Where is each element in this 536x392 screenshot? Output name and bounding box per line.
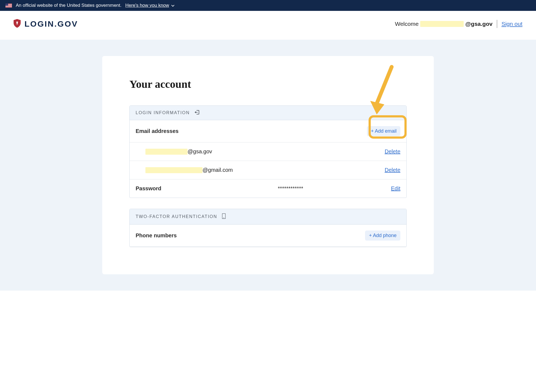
password-row: Password ************ Edit	[130, 179, 406, 198]
email-row: @gsa.gov Delete	[130, 142, 406, 161]
redacted-username	[420, 21, 464, 27]
us-flag-icon	[5, 4, 12, 8]
signin-icon	[195, 110, 200, 116]
sign-out-link[interactable]: Sign out	[501, 21, 522, 27]
phone-numbers-row: Phone numbers + Add phone	[130, 225, 406, 247]
password-value: ************	[190, 185, 391, 192]
email-suffix: @gsa.gov	[188, 148, 212, 155]
gov-banner-text: An official website of the United States…	[16, 3, 121, 8]
svg-point-13	[223, 217, 224, 218]
email-suffix: @gsa.gov	[465, 21, 493, 27]
phone-icon	[222, 213, 226, 220]
delete-email-link[interactable]: Delete	[385, 148, 400, 155]
site-header: LOGIN.GOV Welcome @gsa.gov Sign out	[0, 11, 536, 40]
svg-rect-9	[17, 23, 17, 24]
logo[interactable]: LOGIN.GOV	[14, 19, 78, 29]
svg-rect-7	[5, 4, 8, 6]
user-block: Welcome @gsa.gov Sign out	[395, 20, 522, 28]
main-background: Your account LOGIN INFORMATION Email add…	[0, 40, 536, 291]
svg-rect-4	[5, 6, 12, 6]
password-label: Password	[136, 185, 190, 192]
page-title: Your account	[129, 78, 407, 91]
login-info-header: LOGIN INFORMATION	[130, 106, 406, 120]
welcome-text: Welcome	[395, 21, 419, 27]
email-row: @gmail.com Delete	[130, 161, 406, 179]
svg-rect-5	[5, 6, 12, 7]
twofa-title: TWO-FACTOR AUTHENTICATION	[136, 214, 217, 219]
gov-banner: An official website of the United States…	[0, 0, 536, 11]
add-email-button[interactable]: + Add email	[367, 126, 400, 136]
svg-rect-6	[5, 7, 12, 7]
logo-text: LOGIN.GOV	[24, 19, 78, 29]
delete-email-link[interactable]: Delete	[385, 167, 400, 173]
how-you-know-link[interactable]: Here's how you know	[125, 3, 174, 8]
how-you-know-text: Here's how you know	[125, 3, 169, 8]
redacted-email	[145, 149, 188, 155]
edit-password-link[interactable]: Edit	[391, 185, 400, 192]
phone-numbers-label: Phone numbers	[136, 232, 177, 239]
login-info-panel: LOGIN INFORMATION Email addresses + Add …	[129, 105, 407, 198]
twofa-panel: TWO-FACTOR AUTHENTICATION Phone numbers …	[129, 209, 407, 247]
chevron-down-icon	[171, 3, 174, 8]
email-addresses-row: Email addresses + Add email	[130, 120, 406, 142]
email-suffix: @gmail.com	[202, 167, 233, 173]
redacted-email	[145, 167, 202, 173]
email-addresses-label: Email addresses	[136, 128, 179, 134]
account-card: Your account LOGIN INFORMATION Email add…	[102, 56, 434, 274]
shield-icon	[14, 19, 21, 29]
login-info-title: LOGIN INFORMATION	[136, 110, 190, 115]
add-phone-button[interactable]: + Add phone	[365, 231, 400, 241]
vertical-divider	[497, 20, 497, 28]
twofa-header: TWO-FACTOR AUTHENTICATION	[130, 209, 406, 225]
